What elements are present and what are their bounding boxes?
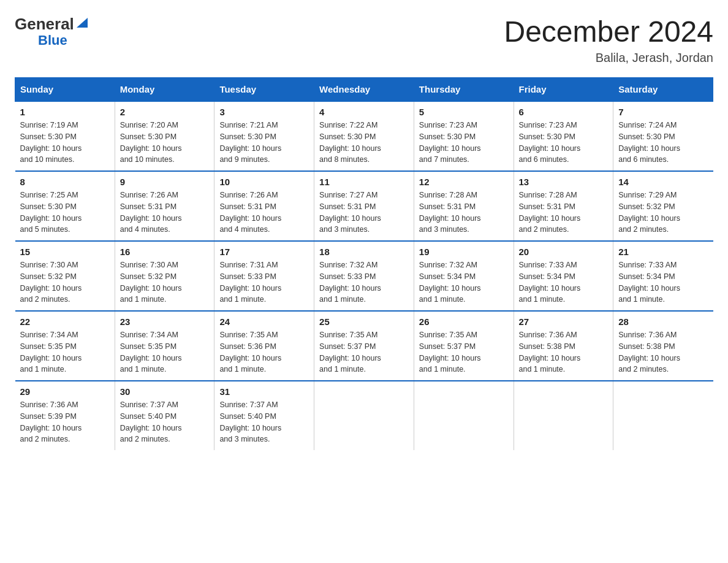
- day-number: 22: [20, 316, 110, 327]
- day-info: Sunrise: 7:37 AMSunset: 5:40 PMDaylight:…: [120, 399, 210, 445]
- day-info: Sunrise: 7:19 AMSunset: 5:30 PMDaylight:…: [20, 120, 110, 166]
- day-number: 9: [120, 177, 210, 187]
- day-cell: 11Sunrise: 7:27 AMSunset: 5:31 PMDayligh…: [314, 171, 414, 241]
- page-title: December 2024: [504, 15, 713, 48]
- day-info: Sunrise: 7:30 AMSunset: 5:32 PMDaylight:…: [120, 259, 210, 305]
- day-number: 31: [219, 386, 309, 397]
- day-info: Sunrise: 7:20 AMSunset: 5:30 PMDaylight:…: [120, 120, 210, 166]
- day-cell: [414, 381, 514, 450]
- day-number: 27: [519, 316, 609, 327]
- day-info: Sunrise: 7:22 AMSunset: 5:30 PMDaylight:…: [319, 120, 409, 166]
- day-info: Sunrise: 7:28 AMSunset: 5:31 PMDaylight:…: [519, 190, 609, 236]
- day-info: Sunrise: 7:35 AMSunset: 5:36 PMDaylight:…: [219, 329, 309, 375]
- header-cell-tuesday: Tuesday: [214, 78, 314, 102]
- day-cell: 22Sunrise: 7:34 AMSunset: 5:35 PMDayligh…: [15, 311, 115, 381]
- logo-blue-text: Blue: [15, 33, 67, 48]
- day-info: Sunrise: 7:34 AMSunset: 5:35 PMDaylight:…: [20, 329, 110, 375]
- day-info: Sunrise: 7:25 AMSunset: 5:30 PMDaylight:…: [20, 190, 110, 236]
- day-info: Sunrise: 7:29 AMSunset: 5:32 PMDaylight:…: [618, 190, 708, 236]
- day-number: 23: [120, 316, 210, 327]
- day-number: 5: [419, 107, 509, 117]
- day-cell: 10Sunrise: 7:26 AMSunset: 5:31 PMDayligh…: [214, 171, 314, 241]
- day-number: 3: [219, 107, 309, 117]
- day-number: 8: [20, 177, 110, 187]
- day-info: Sunrise: 7:23 AMSunset: 5:30 PMDaylight:…: [419, 120, 509, 166]
- day-cell: 8Sunrise: 7:25 AMSunset: 5:30 PMDaylight…: [15, 171, 115, 241]
- day-number: 12: [419, 177, 509, 187]
- day-number: 13: [519, 177, 609, 187]
- day-info: Sunrise: 7:30 AMSunset: 5:32 PMDaylight:…: [20, 259, 110, 305]
- day-cell: 9Sunrise: 7:26 AMSunset: 5:31 PMDaylight…: [115, 171, 214, 241]
- day-cell: 16Sunrise: 7:30 AMSunset: 5:32 PMDayligh…: [115, 241, 214, 311]
- day-cell: 28Sunrise: 7:36 AMSunset: 5:38 PMDayligh…: [613, 311, 713, 381]
- day-cell: 25Sunrise: 7:35 AMSunset: 5:37 PMDayligh…: [314, 311, 414, 381]
- day-cell: 19Sunrise: 7:32 AMSunset: 5:34 PMDayligh…: [414, 241, 514, 311]
- day-cell: [514, 381, 613, 450]
- day-cell: 12Sunrise: 7:28 AMSunset: 5:31 PMDayligh…: [414, 171, 514, 241]
- week-row-1: 1Sunrise: 7:19 AMSunset: 5:30 PMDaylight…: [15, 101, 713, 171]
- calendar-header: SundayMondayTuesdayWednesdayThursdayFrid…: [15, 78, 713, 102]
- day-info: Sunrise: 7:37 AMSunset: 5:40 PMDaylight:…: [219, 399, 309, 445]
- header-cell-saturday: Saturday: [613, 78, 713, 102]
- day-number: 25: [319, 316, 409, 327]
- week-row-5: 29Sunrise: 7:36 AMSunset: 5:39 PMDayligh…: [15, 381, 713, 450]
- page-subtitle: Balila, Jerash, Jordan: [504, 51, 713, 65]
- header-cell-monday: Monday: [115, 78, 214, 102]
- day-info: Sunrise: 7:33 AMSunset: 5:34 PMDaylight:…: [519, 259, 609, 305]
- day-number: 16: [120, 247, 210, 257]
- day-cell: 3Sunrise: 7:21 AMSunset: 5:30 PMDaylight…: [214, 101, 314, 171]
- day-info: Sunrise: 7:27 AMSunset: 5:31 PMDaylight:…: [319, 190, 409, 236]
- day-cell: 4Sunrise: 7:22 AMSunset: 5:30 PMDaylight…: [314, 101, 414, 171]
- day-number: 26: [419, 316, 509, 327]
- day-info: Sunrise: 7:36 AMSunset: 5:38 PMDaylight:…: [618, 329, 708, 375]
- day-number: 24: [219, 316, 309, 327]
- day-cell: 13Sunrise: 7:28 AMSunset: 5:31 PMDayligh…: [514, 171, 613, 241]
- day-info: Sunrise: 7:23 AMSunset: 5:30 PMDaylight:…: [519, 120, 609, 166]
- day-number: 30: [120, 386, 210, 397]
- day-number: 7: [618, 107, 708, 117]
- day-number: 14: [618, 177, 708, 187]
- header-cell-friday: Friday: [514, 78, 613, 102]
- day-cell: 6Sunrise: 7:23 AMSunset: 5:30 PMDaylight…: [514, 101, 613, 171]
- day-info: Sunrise: 7:26 AMSunset: 5:31 PMDaylight:…: [219, 190, 309, 236]
- day-number: 10: [219, 177, 309, 187]
- day-cell: 29Sunrise: 7:36 AMSunset: 5:39 PMDayligh…: [15, 381, 115, 450]
- day-number: 28: [618, 316, 708, 327]
- day-cell: 23Sunrise: 7:34 AMSunset: 5:35 PMDayligh…: [115, 311, 214, 381]
- day-info: Sunrise: 7:21 AMSunset: 5:30 PMDaylight:…: [219, 120, 309, 166]
- week-row-4: 22Sunrise: 7:34 AMSunset: 5:35 PMDayligh…: [15, 311, 713, 381]
- day-cell: 2Sunrise: 7:20 AMSunset: 5:30 PMDaylight…: [115, 101, 214, 171]
- day-cell: 26Sunrise: 7:35 AMSunset: 5:37 PMDayligh…: [414, 311, 514, 381]
- logo: General Blue: [15, 15, 89, 48]
- day-info: Sunrise: 7:28 AMSunset: 5:31 PMDaylight:…: [419, 190, 509, 236]
- day-info: Sunrise: 7:34 AMSunset: 5:35 PMDaylight:…: [120, 329, 210, 375]
- day-cell: 21Sunrise: 7:33 AMSunset: 5:34 PMDayligh…: [613, 241, 713, 311]
- day-cell: [613, 381, 713, 450]
- day-info: Sunrise: 7:31 AMSunset: 5:33 PMDaylight:…: [219, 259, 309, 305]
- title-block: December 2024 Balila, Jerash, Jordan: [504, 15, 713, 65]
- day-cell: 31Sunrise: 7:37 AMSunset: 5:40 PMDayligh…: [214, 381, 314, 450]
- day-number: 2: [120, 107, 210, 117]
- header-cell-wednesday: Wednesday: [314, 78, 414, 102]
- day-info: Sunrise: 7:35 AMSunset: 5:37 PMDaylight:…: [319, 329, 409, 375]
- day-number: 17: [219, 247, 309, 257]
- day-info: Sunrise: 7:26 AMSunset: 5:31 PMDaylight:…: [120, 190, 210, 236]
- header-row: SundayMondayTuesdayWednesdayThursdayFrid…: [15, 78, 713, 102]
- day-cell: 18Sunrise: 7:32 AMSunset: 5:33 PMDayligh…: [314, 241, 414, 311]
- logo-general-text: General: [15, 15, 74, 34]
- day-info: Sunrise: 7:32 AMSunset: 5:34 PMDaylight:…: [419, 259, 509, 305]
- day-number: 20: [519, 247, 609, 257]
- logo-triangle-icon: [75, 17, 89, 30]
- header: General Blue December 2024 Balila, Jeras…: [15, 15, 713, 65]
- day-cell: 27Sunrise: 7:36 AMSunset: 5:38 PMDayligh…: [514, 311, 613, 381]
- day-cell: 1Sunrise: 7:19 AMSunset: 5:30 PMDaylight…: [15, 101, 115, 171]
- day-number: 18: [319, 247, 409, 257]
- day-info: Sunrise: 7:36 AMSunset: 5:38 PMDaylight:…: [519, 329, 609, 375]
- day-cell: 24Sunrise: 7:35 AMSunset: 5:36 PMDayligh…: [214, 311, 314, 381]
- day-cell: 7Sunrise: 7:24 AMSunset: 5:30 PMDaylight…: [613, 101, 713, 171]
- day-number: 4: [319, 107, 409, 117]
- day-cell: [314, 381, 414, 450]
- calendar-table: SundayMondayTuesdayWednesdayThursdayFrid…: [15, 77, 713, 450]
- day-cell: 17Sunrise: 7:31 AMSunset: 5:33 PMDayligh…: [214, 241, 314, 311]
- day-info: Sunrise: 7:32 AMSunset: 5:33 PMDaylight:…: [319, 259, 409, 305]
